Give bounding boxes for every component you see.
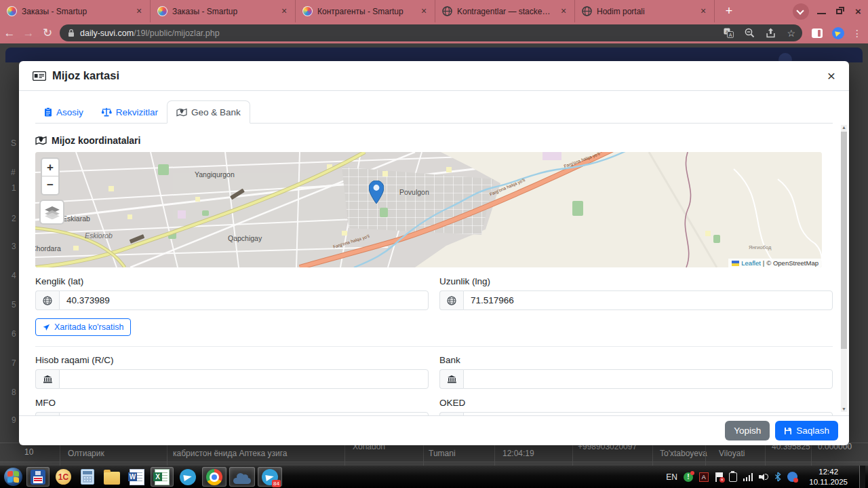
tab-close-icon[interactable]: × [418,6,429,17]
browser-tab-3[interactable]: Контрагенты - Smartup × [296,0,435,22]
taskbar-telegram-2[interactable]: 84 [258,467,282,487]
tab-rekvizitlar[interactable]: Rekvizitlar [92,100,167,124]
browser-tab-5[interactable]: Hodim portali × [575,0,715,22]
forward-icon[interactable]: → [19,26,38,40]
new-tab-button[interactable]: + [720,3,738,20]
section-title: Mijoz koordinatalari [52,135,140,146]
window-controls: × [816,6,864,16]
zoom-out-button[interactable]: − [42,176,58,194]
browser-tab-strip: Заказы - Smartup × Заказы - Smartup × Ко… [0,0,868,22]
taskbar-excel[interactable]: X [151,467,174,487]
taskbar-word[interactable]: W [126,467,148,487]
taskbar-chrome[interactable] [202,467,226,487]
send-icon [43,324,50,331]
map-marker-pin[interactable] [369,181,384,206]
ukraine-flag-icon [732,261,739,266]
tab-title: Hodim portali [597,7,693,16]
zoom-out-page-icon[interactable] [745,28,755,38]
reload-icon[interactable]: ↻ [38,26,57,40]
browser-tab-4[interactable]: Kontragentlar — stacked mod... × [435,0,575,22]
saqlash-button[interactable]: Saqlash [775,421,838,440]
scroll-down-icon[interactable]: ▼ [841,406,847,413]
bookmark-star-icon[interactable]: ☆ [787,28,795,39]
address-bar[interactable]: daily-suvi.com /19l/public/mijozlar.php … [60,24,802,41]
back-icon[interactable]: ← [0,26,19,40]
taskbar-clock[interactable]: 12:42 10.11.2025 [804,467,853,487]
account-input[interactable] [59,369,429,389]
oked-input[interactable] [463,412,833,415]
clipboard-icon [44,107,52,117]
app-tray-icon[interactable] [787,472,797,482]
browser-tab-2[interactable]: Заказы - Smartup × [151,0,296,22]
taskbar-telegram[interactable] [176,467,199,487]
tab-search-chevron-icon[interactable] [793,3,809,20]
word-icon: W [130,469,144,485]
browser-tab-1[interactable]: Заказы - Smartup × [0,0,151,22]
url-host: daily-suvi.com [80,29,134,38]
cloud-icon [233,473,251,484]
action-center-flag-icon[interactable]: × [715,472,723,482]
saqlash-label: Saqlash [796,426,829,436]
taskbar-calculator[interactable] [77,467,98,487]
language-indicator[interactable]: EN [666,472,677,482]
page-header-bar [5,48,863,62]
modal-scrollbar[interactable]: ▲ ▼ [841,125,847,412]
osm-link[interactable]: © OpenStreetMap [766,259,818,267]
excel-icon: X [155,469,170,485]
taskbar-1c-app[interactable]: 1С [52,467,75,487]
show-on-map-button[interactable]: Xaritada ko'rsatish [35,318,131,336]
window-close-button[interactable]: × [852,6,864,16]
clock-time: 12:42 [809,467,848,477]
minimize-button[interactable] [816,6,827,16]
bluetooth-icon[interactable] [774,472,781,482]
bank-input[interactable] [463,369,833,389]
taskbar-explorer[interactable] [100,467,123,487]
map-place-label: Eskiarab [62,214,90,223]
smartup-favicon [7,6,17,16]
telegram-icon [180,469,196,485]
tab-close-icon[interactable]: × [558,6,569,17]
scrollbar-thumb[interactable] [841,132,847,349]
leaflet-link[interactable]: Leaflet [741,259,761,267]
translate-icon[interactable]: aA [724,28,734,38]
taskbar: 1С W X 84 EN ! A × 12:42 10.11.2025 [0,466,868,488]
browser-menu-icon[interactable]: ⋮ [852,28,862,39]
mfo-label: MFO [35,398,429,408]
network-signal-icon[interactable] [743,473,753,481]
volume-icon[interactable] [759,472,768,481]
modal-close-icon[interactable]: × [827,69,835,83]
side-panel-icon[interactable] [812,29,823,38]
share-icon[interactable] [766,28,776,38]
chrome-icon [206,469,222,485]
bg-table-fragment: 2 [12,214,16,223]
taskbar-floppy-app[interactable] [26,467,50,487]
lat-input[interactable] [59,290,429,310]
mfo-input[interactable] [59,412,429,415]
tab-asosiy[interactable]: Asosiy [35,100,92,124]
profile-avatar[interactable] [832,27,844,39]
tab-close-icon[interactable]: × [134,6,144,17]
yopish-button[interactable]: Yopish [725,421,770,440]
tab-close-icon[interactable]: × [698,6,709,17]
tab-close-icon[interactable]: × [279,6,290,17]
globe-icon [35,290,59,310]
smartup-favicon [157,6,167,16]
scroll-up-icon[interactable]: ▲ [841,124,847,131]
bg-cell: кабристон ёнида Аптека узига [173,449,288,458]
restore-button[interactable] [834,6,846,16]
lat-label: Kenglik (lat) [35,276,429,286]
map-layers-control[interactable] [39,200,64,225]
antivirus-tray-icon[interactable]: ! [684,472,693,482]
clipboard-tray-icon[interactable] [729,472,737,482]
show-desktop-button[interactable] [859,466,865,488]
taskbar-cloud-app[interactable] [229,467,255,487]
bank-row: Hisob raqami (R/C) Bank [35,355,833,389]
leaflet-map[interactable]: Yangiqurgon Povulgon Eskiarab Eskiorob C… [35,152,822,267]
tab-geo-bank[interactable]: Geo & Bank [167,100,250,124]
yopish-label: Yopish [734,426,761,436]
acrobat-tray-icon[interactable]: A [699,472,709,482]
zoom-in-button[interactable]: + [42,159,58,176]
lng-input[interactable] [463,290,833,310]
tab-title: Заказы - Smartup [172,7,274,16]
start-button[interactable] [4,468,22,486]
